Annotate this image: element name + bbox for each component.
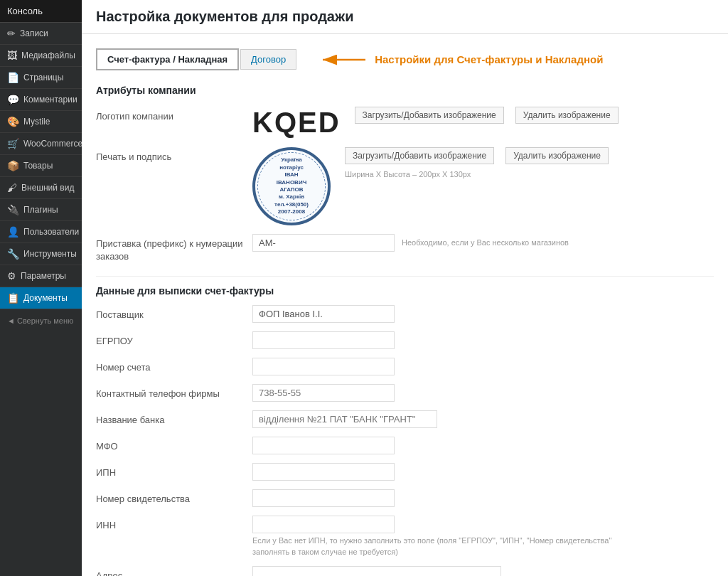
stamp-control-area: УкраїнанотаріусІВАНІВАНОВИЧАГАПОВм. Харк… (252, 147, 714, 225)
content-area: Счет-фактура / Накладная Договор Настрой… (82, 34, 728, 576)
stamp-image: УкраїнанотаріусІВАНІВАНОВИЧАГАПОВм. Харк… (252, 147, 331, 225)
sidebar-item-mystile[interactable]: 🎨 Mystile (0, 111, 82, 133)
mfo-control (252, 437, 714, 454)
prefix-row: Приставка (префикс) к нумерации заказов … (96, 234, 714, 263)
bank-label: Название банка (96, 410, 252, 427)
ipn-control (252, 463, 714, 481)
inn-input[interactable] (252, 516, 395, 533)
sidebar-item-woocommerce[interactable]: 🛒 WooCommerce (0, 133, 82, 155)
bank-control (252, 410, 714, 428)
account-label: Номер счета (96, 358, 252, 374)
sidebar-collapse-icon: ◄ (7, 316, 15, 325)
phone-label: Контактный телефон фирмы (96, 384, 252, 400)
stamp-row: Печать и подпись УкраїнанотаріусІВАНІВАН… (96, 147, 714, 225)
tab-contract[interactable]: Договор (240, 49, 296, 70)
ipn-input[interactable] (252, 463, 395, 481)
page-title: Настройка документов для продажи (82, 0, 728, 34)
prefix-control-area: Необходимо, если у Вас несколько магазин… (252, 234, 714, 252)
sidebar-item-posts[interactable]: ✏ Записи (0, 23, 82, 45)
sidebar-item-plugins[interactable]: 🔌 Плагины (0, 199, 82, 221)
egrpou-row: ЕГРПОУ (96, 331, 714, 349)
inn-hint: Если у Вас нет ИПН, то нужно заполнить э… (252, 535, 643, 558)
media-icon: 🖼 (7, 50, 17, 61)
cert-control (252, 489, 714, 507)
supplier-label: Поставщик (96, 305, 252, 321)
sidebar-item-tools[interactable]: 🔧 Инструменты (0, 243, 82, 265)
logo-label: Логотип компании (96, 107, 252, 123)
supplier-control (252, 305, 714, 323)
annotation-text: Настройки для Счет-фактуры и Накладной (375, 53, 603, 65)
account-control (252, 358, 714, 375)
mfo-row: МФО (96, 437, 714, 454)
logo-row: Логотип компании KQED Загрузить/Добавить… (96, 107, 714, 139)
mfo-label: МФО (96, 437, 252, 453)
prefix-label: Приставка (префикс) к нумерации заказов (96, 234, 252, 263)
address-control (252, 566, 714, 576)
tab-invoice[interactable]: Счет-фактура / Накладная (96, 48, 239, 70)
sidebar-item-goods[interactable]: 📦 Товары (0, 155, 82, 177)
ipn-label: ИПН (96, 463, 252, 479)
prefix-input[interactable] (252, 234, 395, 252)
egrpou-label: ЕГРПОУ (96, 331, 252, 348)
egrpou-control (252, 331, 714, 349)
address-row: Адрес (96, 566, 714, 576)
arrow-annotation: Настройки для Счет-фактуры и Накладной (319, 49, 603, 70)
main-content: Настройка документов для продажи Счет-фа… (82, 0, 728, 576)
delete-logo-button[interactable]: Удалить изображение (515, 107, 619, 124)
address-label: Адрес (96, 566, 252, 576)
tools-icon: 🔧 (7, 248, 19, 260)
sidebar-item-users[interactable]: 👤 Пользователи (0, 221, 82, 243)
cert-label: Номер свидетельства (96, 489, 252, 506)
cert-input[interactable] (252, 489, 395, 507)
sidebar-header[interactable]: Консоль (0, 0, 82, 23)
users-icon: 👤 (7, 226, 19, 238)
appearance-icon: 🖌 (7, 182, 17, 193)
sidebar-item-appearance[interactable]: 🖌 Внешний вид (0, 177, 82, 199)
woocommerce-icon: 🛒 (7, 138, 19, 149)
logo-control-area: KQED Загрузить/Добавить изображение Удал… (252, 107, 714, 139)
goods-icon: 📦 (7, 160, 19, 171)
mfo-input[interactable] (252, 437, 395, 454)
address-input[interactable] (252, 566, 501, 576)
company-logo-text: KQED (252, 107, 341, 139)
upload-stamp-button[interactable]: Загрузить/Добавить изображение (345, 147, 494, 164)
stamp-label: Печать и подпись (96, 147, 252, 164)
documents-icon: 📋 (7, 292, 19, 304)
inn-label: ИНН (96, 516, 252, 532)
size-hint: Ширина X Высота – 200рх X 130рх (345, 170, 614, 178)
sidebar-item-comments[interactable]: 💬 Комментарии (0, 89, 82, 111)
bank-row: Название банка (96, 410, 714, 428)
bank-input[interactable] (252, 410, 437, 428)
sidebar-item-settings[interactable]: ⚙ Параметры (0, 265, 82, 287)
sidebar-item-documents[interactable]: 📋 Документы (0, 287, 82, 309)
inn-row: ИНН Если у Вас нет ИПН, то нужно заполни… (96, 516, 714, 558)
posts-icon: ✏ (7, 28, 16, 39)
phone-row: Контактный телефон фирмы (96, 384, 714, 402)
arrow-icon (319, 49, 369, 70)
plugins-icon: 🔌 (7, 204, 19, 215)
prefix-hint: Необходимо, если у Вас несколько магазин… (402, 234, 569, 247)
egrpou-input[interactable] (252, 331, 395, 349)
settings-icon: ⚙ (7, 270, 16, 282)
tabs-row: Счет-фактура / Накладная Договор Настрой… (96, 48, 714, 70)
mystile-icon: 🎨 (7, 116, 19, 127)
sidebar-item-media[interactable]: 🖼 Медиафайлы (0, 45, 82, 67)
ipn-row: ИПН (96, 463, 714, 481)
supplier-input[interactable] (252, 305, 395, 323)
phone-input[interactable] (252, 384, 395, 402)
sidebar-item-pages[interactable]: 📄 Страницы (0, 67, 82, 89)
delete-stamp-button[interactable]: Удалить изображение (505, 147, 609, 164)
sidebar: Консоль ✏ Записи 🖼 Медиафайлы 📄 Страницы… (0, 0, 82, 576)
upload-logo-button[interactable]: Загрузить/Добавить изображение (355, 107, 504, 124)
sidebar-collapse[interactable]: ◄ Свернуть меню (0, 312, 82, 329)
comments-icon: 💬 (7, 94, 19, 105)
data-section-heading: Данные для выписки счет-фактуры (96, 276, 714, 297)
cert-row: Номер свидетельства (96, 489, 714, 507)
supplier-row: Поставщик (96, 305, 714, 323)
phone-control (252, 384, 714, 402)
account-row: Номер счета (96, 358, 714, 375)
pages-icon: 📄 (7, 72, 19, 83)
account-input[interactable] (252, 358, 395, 375)
company-attributes-heading: Атрибуты компании (96, 85, 714, 96)
inn-control: Если у Вас нет ИПН, то нужно заполнить э… (252, 516, 714, 558)
